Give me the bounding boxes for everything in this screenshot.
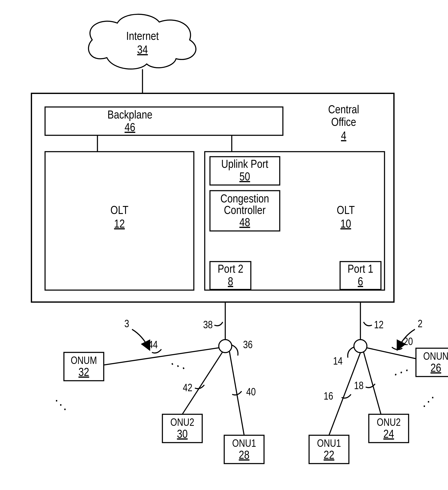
lead-14 <box>348 347 354 358</box>
onu-l1-label: ONU1 <box>232 437 256 449</box>
port1-num: 6 <box>358 274 363 288</box>
co-label1: Central <box>328 102 359 116</box>
backplane-num: 46 <box>125 120 135 134</box>
backplane-box <box>45 107 283 135</box>
onu-m-num: 32 <box>78 365 89 378</box>
lead-36 <box>232 345 238 356</box>
co-label2: Office <box>331 115 356 128</box>
uplink-label: Uplink Port <box>221 157 268 170</box>
svg-text:⋱: ⋱ <box>169 356 186 375</box>
l40-label: 40 <box>246 385 256 398</box>
backplane-label: Backplane <box>108 108 152 121</box>
fiber-r18 <box>363 352 381 414</box>
svg-text:⋰: ⋰ <box>393 363 411 381</box>
internet-label: Internet <box>126 29 159 42</box>
onu-m-label: ONUM <box>71 354 97 366</box>
dots-far-right: ⋰ <box>422 394 435 409</box>
lead-12 <box>363 322 372 326</box>
dots-far-left: ⋱ <box>54 397 67 412</box>
fiber38-label: 38 <box>203 318 213 331</box>
port1-label: Port 1 <box>348 262 373 275</box>
splitter-left <box>219 340 232 353</box>
cong-label2: Controller <box>224 203 265 217</box>
onu-r2-box: ONU2 24 <box>369 414 409 443</box>
olt-left-num: 12 <box>114 217 125 230</box>
port2-label: Port 2 <box>218 262 244 275</box>
fiber-l40 <box>229 351 244 435</box>
olt-left-label: OLT <box>110 203 128 217</box>
onu-r1-label: ONU1 <box>317 437 341 449</box>
onu-l2-box: ONU2 30 <box>162 414 202 443</box>
l44-label: 44 <box>148 338 158 350</box>
onu-rn-num: 26 <box>431 361 441 374</box>
splitter-right <box>354 340 367 353</box>
group3-arrow <box>132 329 149 348</box>
onu-r2-label: ONU2 <box>377 416 401 428</box>
onu-m-box: ONUM 32 <box>64 352 104 381</box>
lead-38 <box>214 322 223 326</box>
uplink-num: 50 <box>239 169 250 183</box>
r16-label: 16 <box>323 390 333 402</box>
onu-r1-num: 22 <box>323 448 334 461</box>
fiber-r20 <box>367 348 416 359</box>
dots-right: ⋰ <box>393 363 411 381</box>
onu-r1-box: ONU1 22 <box>309 435 349 464</box>
olt-right-num: 10 <box>340 217 351 230</box>
cong-num: 48 <box>239 215 250 229</box>
internet-cloud: Internet 34 <box>88 14 196 69</box>
olt-right-label: OLT <box>337 203 355 217</box>
co-num: 4 <box>341 129 346 142</box>
split36-label: 36 <box>243 338 253 350</box>
group3-num: 3 <box>125 317 129 330</box>
onu-l2-num: 30 <box>177 427 187 440</box>
split14-label: 14 <box>333 355 343 367</box>
onu-l1-box: ONU1 28 <box>224 435 264 464</box>
lead-r16 <box>342 394 351 398</box>
internet-num: 34 <box>137 43 148 56</box>
onu-r2-num: 24 <box>383 427 394 440</box>
lead-r20 <box>392 347 402 350</box>
r18-label: 18 <box>354 379 363 391</box>
l42-label: 42 <box>183 381 192 394</box>
fiber-l44 <box>104 348 219 365</box>
onu-l1-num: 28 <box>239 448 249 461</box>
r20-label: 20 <box>403 335 413 347</box>
onu-rn-box: ONUN 26 <box>416 348 448 376</box>
group2-num: 2 <box>418 317 423 330</box>
dots-left: ⋱ <box>169 356 186 375</box>
port2-num: 8 <box>228 274 233 288</box>
onu-rn-label: ONUN <box>423 350 448 362</box>
fiber12-label: 12 <box>374 318 384 331</box>
onu-l2-label: ONU2 <box>170 416 194 428</box>
